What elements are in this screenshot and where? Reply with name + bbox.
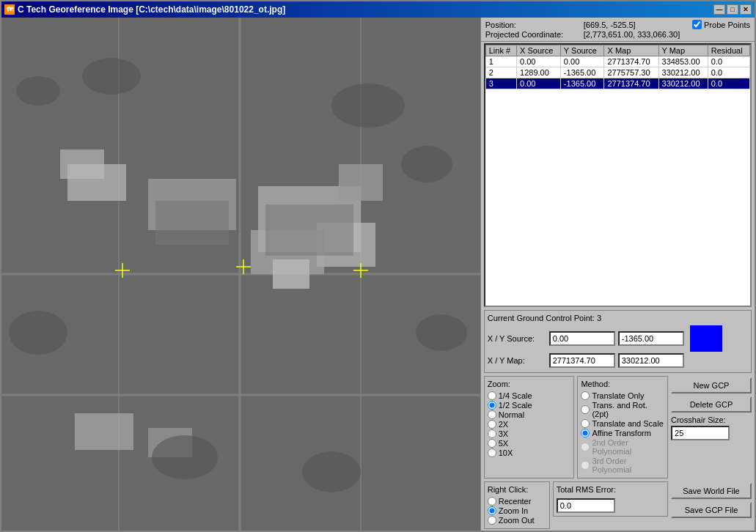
position-row: Position: [669.5, -525.5] Probe Points <box>485 20 750 29</box>
title-bar-left: 🗺 C Tech Georeference Image [C:\ctech\da… <box>4 4 285 15</box>
gcp-table-container: Link # X Source Y Source X Map Y Map Res… <box>484 43 752 307</box>
zoom-option: Normal <box>488 410 571 419</box>
method-option: Affine Transform <box>581 429 664 437</box>
method-option: Trans. and Rot. (2pt) <box>581 401 664 418</box>
crosshair-section: Crosshair Size: <box>671 415 752 440</box>
gcp-title: Current Ground Control Point: 3 <box>488 314 748 322</box>
table-body: 10.000.002771374.70334853.000.021289.00-… <box>485 56 749 89</box>
close-button[interactable]: ✕ <box>740 4 752 15</box>
title-bar-buttons: — □ ✕ <box>713 4 752 15</box>
position-label: Position: <box>485 21 581 29</box>
x-source-input[interactable] <box>549 331 615 346</box>
save-gcp-file-button[interactable]: Save GCP File <box>671 502 752 518</box>
xy-map-label: X / Y Map: <box>488 356 546 365</box>
method-radio-2[interactable] <box>581 419 590 428</box>
right-click-title: Right Click: <box>488 485 546 494</box>
method-title: Method: <box>581 380 664 388</box>
rms-section: Total RMS Error: <box>553 481 668 517</box>
controls-area: Zoom: 1/4 Scale1/2 ScaleNormal2X3X5X10X … <box>481 374 755 480</box>
zoom-options: 1/4 Scale1/2 ScaleNormal2X3X5X10X <box>488 391 571 457</box>
col-xsource: X Source <box>517 45 561 56</box>
window-title: C Tech Georeference Image [C:\ctech\data… <box>18 4 285 15</box>
method-radio-1[interactable] <box>581 405 590 414</box>
svg-point-17 <box>82 58 141 95</box>
rms-input[interactable] <box>557 498 615 513</box>
table-row[interactable]: 10.000.002771374.70334853.000.0 <box>485 56 749 67</box>
zoom-section: Zoom: 1/4 Scale1/2 ScaleNormal2X3X5X10X <box>484 376 575 479</box>
svg-point-22 <box>152 435 218 479</box>
save-world-file-button[interactable]: Save World File <box>671 483 752 499</box>
zoom-radio-3X[interactable] <box>488 429 496 438</box>
method-radio-5[interactable] <box>581 461 590 470</box>
crosshair-input[interactable] <box>671 426 730 440</box>
svg-point-19 <box>401 146 452 182</box>
method-option: Translate Only <box>581 391 664 400</box>
zoom-radio-Normal[interactable] <box>488 410 496 419</box>
method-radio-0[interactable] <box>581 391 590 400</box>
zoom-radio-1/2Scale[interactable] <box>488 401 496 410</box>
zoom-option: 1/2 Scale <box>488 401 571 410</box>
col-xmap: X Map <box>604 45 658 56</box>
y-source-input[interactable] <box>618 331 684 346</box>
position-value: [669.5, -525.5] <box>584 21 636 29</box>
probe-points-label: Probe Points <box>704 21 750 29</box>
gcp-section: Current Ground Control Point: 3 X / Y So… <box>484 310 752 373</box>
probe-points-checkbox[interactable] <box>692 20 702 29</box>
col-residual: Residual <box>708 45 749 56</box>
zoom-option: 5X <box>488 439 571 448</box>
table-row[interactable]: 30.00-1365.002771374.70330212.000.0 <box>485 78 749 89</box>
col-ysource: Y Source <box>560 45 604 56</box>
table-header-row: Link # X Source Y Source X Map Y Map Res… <box>485 45 749 56</box>
method-option: 3rd Order Polynomial <box>581 457 664 474</box>
right-click-options: RecenterZoom InZoom Out <box>488 497 546 525</box>
color-indicator <box>690 325 722 352</box>
projected-row: Projected Coordinate: [2,773,651.00, 333… <box>485 30 750 39</box>
svg-point-16 <box>16 76 60 106</box>
method-option: Translate and Scale <box>581 419 664 428</box>
delete-gcp-button[interactable]: Delete GCP <box>671 396 752 413</box>
maximize-button[interactable]: □ <box>727 4 738 15</box>
method-option: 2nd Order Polynomial <box>581 438 664 456</box>
minimize-button[interactable]: — <box>713 4 725 15</box>
svg-point-20 <box>9 311 67 355</box>
new-gcp-button[interactable]: New GCP <box>671 377 752 394</box>
y-map-input[interactable] <box>618 353 684 368</box>
xy-map-row: X / Y Map: <box>488 353 748 368</box>
gcp-buttons-section: New GCP Delete GCP Crosshair Size: <box>671 376 752 479</box>
gcp-table: Link # X Source Y Source X Map Y Map Res… <box>485 45 750 89</box>
zoom-option: 1/4 Scale <box>488 391 571 400</box>
right-panel: Position: [669.5, -525.5] Probe Points P… <box>480 18 755 531</box>
crosshair-label: Crosshair Size: <box>671 415 752 424</box>
zoom-radio-5X[interactable] <box>488 439 496 448</box>
right-click-section: Right Click: RecenterZoom InZoom Out <box>484 481 550 529</box>
title-bar: 🗺 C Tech Georeference Image [C:\ctech\da… <box>1 1 755 18</box>
zoom-radio-1/4Scale[interactable] <box>488 391 496 400</box>
right-click-option: Recenter <box>488 497 546 506</box>
satellite-image <box>1 18 480 531</box>
zoom-radio-2X[interactable] <box>488 420 496 429</box>
right-click-radio-Recenter[interactable] <box>488 497 496 506</box>
right-click-option: Zoom In <box>488 506 546 515</box>
zoom-radio-10X[interactable] <box>488 448 496 457</box>
main-window: 🗺 C Tech Georeference Image [C:\ctech\da… <box>0 0 756 532</box>
table-row[interactable]: 21289.00-1365.002775757.30330212.000.0 <box>485 67 749 78</box>
method-radio-3[interactable] <box>581 429 590 437</box>
app-icon: 🗺 <box>4 4 15 15</box>
svg-rect-15 <box>273 259 309 289</box>
svg-rect-13 <box>75 413 133 450</box>
zoom-option: 2X <box>488 420 571 429</box>
probe-points-container: Probe Points <box>692 20 750 29</box>
col-ymap: Y Map <box>658 45 708 56</box>
right-click-option: Zoom Out <box>488 516 546 525</box>
xy-source-row: X / Y Source: <box>488 325 748 352</box>
method-radio-4[interactable] <box>581 443 590 451</box>
method-options: Translate OnlyTrans. and Rot. (2pt)Trans… <box>581 391 664 474</box>
right-click-radio-ZoomOut[interactable] <box>488 516 496 525</box>
zoom-title: Zoom: <box>488 380 571 388</box>
satellite-image-pane[interactable] <box>1 18 480 531</box>
svg-rect-7 <box>67 164 126 201</box>
x-map-input[interactable] <box>549 353 615 368</box>
info-bar: Position: [669.5, -525.5] Probe Points P… <box>481 18 755 42</box>
right-click-radio-ZoomIn[interactable] <box>488 506 496 515</box>
sat-svg <box>1 18 480 531</box>
